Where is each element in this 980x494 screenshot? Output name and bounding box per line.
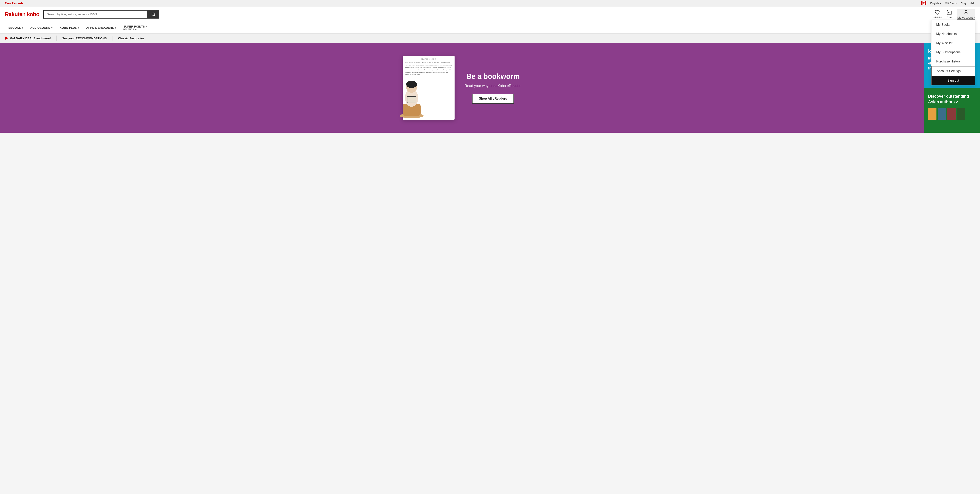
account-dropdown: My Books My Notebooks My Wishlist My Sub… [931,20,975,86]
account-wrapper: My Account ▾ My Books My Notebooks My Wi… [957,9,975,19]
hero-title: Be a bookworm [465,72,522,81]
nav-ebooks[interactable]: eBOOKS ▾ [5,23,27,32]
svg-line-5 [154,15,155,16]
book-thumbnails [928,108,976,120]
nav-bar: eBOOKS ▾ AUDIOBOOKS ▾ KOBO PLUS ▾ APPS &… [0,22,980,33]
dropdown-my-wishlist[interactable]: My Wishlist [931,38,975,48]
device-frame: CHAPTER 9 · 1 OF 19 It was pleasant to w… [402,56,455,120]
my-account-chevron: ▾ [974,16,975,19]
svg-point-7 [965,10,967,12]
hero-cta-button[interactable]: Shop All eReaders [472,94,514,103]
my-account-label: My Account [957,16,973,19]
device-chapter-label: CHAPTER 9 · 1 OF 19 [405,58,452,60]
audiobooks-chevron: ▾ [51,27,52,29]
super-points-chevron: ▾ [146,26,146,28]
my-account-button[interactable]: My Account ▾ [957,9,975,19]
earn-rewards-link[interactable]: Earn Rewards [5,2,23,5]
wishlist-button[interactable]: Wishlist [933,10,942,19]
super-points-balance: Balance: 0 [123,28,146,30]
promo-flag-icon [5,37,8,40]
book-thumb-3 [947,108,956,120]
promo-daily-deals[interactable]: Get DAILY DEALS and more! [5,35,57,41]
dropdown-my-notebooks[interactable]: My Notebooks [931,29,975,38]
cart-label: Cart [947,16,952,19]
svg-rect-1 [921,1,923,5]
help-link[interactable]: Help [970,2,975,5]
device-text-content: It was pleasant to wake up in Florence, … [405,62,452,76]
apps-chevron: ▾ [115,27,116,29]
promo-bar: Get DAILY DEALS and more! See your RECOM… [0,33,980,43]
top-bar-right: English ▾ Gift Cards Blog Help [921,1,975,5]
book-thumb-2 [938,108,946,120]
blog-link[interactable]: Blog [961,2,966,5]
main-content: CHAPTER 9 · 1 OF 19 It was pleasant to w… [0,43,980,133]
hero-banner: CHAPTER 9 · 1 OF 19 It was pleasant to w… [0,43,924,133]
language-label: English [930,2,939,5]
dropdown-account-settings[interactable]: Account Settings [931,66,975,76]
promo-classic-favourites[interactable]: Classic Favourites [113,36,150,41]
hero-text-block: Be a bookworm Read your way on a Kobo eR… [465,72,522,103]
book-thumb-4 [957,108,965,120]
nav-audiobooks[interactable]: AUDIOBOOKS ▾ [27,23,56,32]
canada-flag-icon [921,1,926,5]
language-chevron: ▾ [940,2,941,5]
svg-rect-2 [925,1,926,5]
search-button[interactable] [148,10,159,19]
asian-authors-panel[interactable]: Discover outstanding Asian authors > [924,88,980,133]
language-selector[interactable]: English ▾ [930,2,941,5]
kobo-plus-chevron: ▾ [78,27,79,29]
nav-super-points[interactable]: SUPER POINTS ▾ Balance: 0 [119,22,150,33]
dropdown-purchase-history[interactable]: Purchase History [931,57,975,66]
logo-text: Rakuten kobo [5,11,39,17]
nav-kobo-plus[interactable]: KOBO PLUS ▾ [56,23,83,32]
cart-button[interactable]: Cart [947,10,952,19]
logo[interactable]: Rakuten kobo [5,11,39,17]
dropdown-my-subscriptions[interactable]: My Subscriptions [931,48,975,57]
asian-authors-title: Discover outstanding Asian authors > [928,94,976,105]
device-mockup-container: CHAPTER 9 · 1 OF 19 It was pleasant to w… [402,56,455,120]
ebooks-chevron: ▾ [22,27,23,29]
header: Rakuten kobo Wishlist Cart [0,6,980,22]
svg-point-4 [152,13,154,15]
nav-apps-ereaders[interactable]: APPS & eREADERS ▾ [83,23,120,32]
wishlist-label: Wishlist [933,16,942,19]
book-thumb-1 [928,108,937,120]
gift-cards-link[interactable]: Gift Cards [945,2,957,5]
hero-subtitle: Read your way on a Kobo eReader. [465,84,522,88]
promo-recommendations[interactable]: See your RECOMMENDATIONS [57,36,113,41]
header-right: Wishlist Cart My Account [933,9,975,19]
dropdown-sign-out[interactable]: Sign out [931,76,975,85]
top-bar: Earn Rewards English ▾ Gift Cards Blog H… [0,0,980,6]
search-input[interactable] [43,10,148,19]
search-bar [43,10,159,19]
dropdown-my-books[interactable]: My Books [931,20,975,29]
